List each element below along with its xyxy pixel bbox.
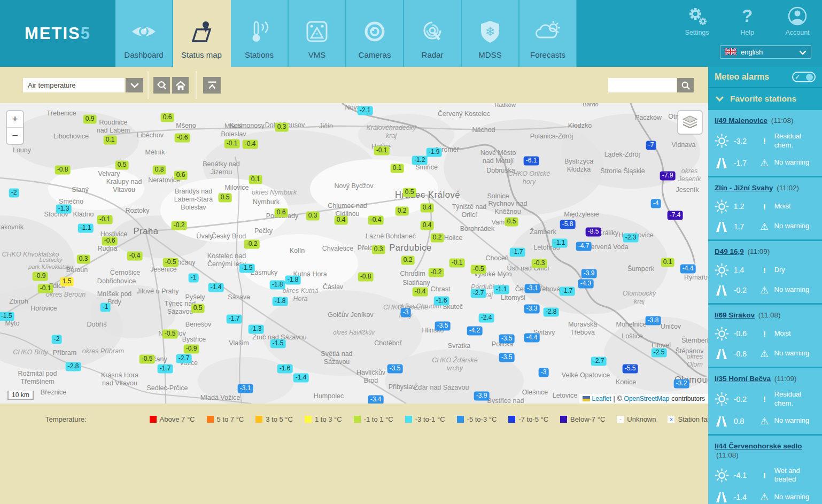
temp-marker[interactable]: 0.5 <box>191 304 205 313</box>
temp-marker[interactable]: 0.1 <box>104 135 117 144</box>
temp-marker[interactable]: -1.3 <box>249 324 264 334</box>
settings-button[interactable]: Settings <box>680 4 714 36</box>
zoom-in-button[interactable]: + <box>7 111 23 128</box>
temp-marker[interactable]: 0.6 <box>161 113 174 122</box>
temp-marker[interactable]: 0.3 <box>275 122 289 131</box>
temp-marker[interactable]: -0.9 <box>184 344 199 353</box>
temp-marker[interactable]: -3.1 <box>525 284 540 293</box>
temp-marker[interactable]: 0.3 <box>77 254 90 263</box>
temp-marker[interactable]: -0.1 <box>449 258 465 267</box>
temp-marker[interactable]: -0.9 <box>33 272 48 281</box>
temp-marker[interactable]: -1.3 <box>56 204 72 213</box>
temp-marker[interactable]: -4 <box>651 199 661 208</box>
temp-marker[interactable]: -3.9 <box>581 269 597 278</box>
tab-cameras[interactable]: Cameras <box>346 0 404 67</box>
temp-marker[interactable]: -8.5 <box>586 227 601 236</box>
temp-marker[interactable]: -3 <box>539 368 549 377</box>
leaflet-link[interactable]: Leaflet <box>592 395 611 402</box>
account-button[interactable]: Account <box>780 4 815 36</box>
temp-marker[interactable]: 0.2 <box>431 233 444 242</box>
station-name-link[interactable]: I/69 Sirákov <box>715 311 755 319</box>
temp-marker[interactable]: -0.1 <box>374 146 390 155</box>
temp-marker[interactable]: -1.5 <box>270 339 286 348</box>
temp-marker[interactable]: -3.5 <box>435 321 451 330</box>
language-select[interactable]: english <box>720 45 811 59</box>
help-button[interactable]: ? Help <box>730 4 764 36</box>
temp-marker[interactable]: -6.1 <box>524 156 539 165</box>
temp-marker[interactable]: -1.1 <box>494 285 509 294</box>
station-name-link[interactable]: I/44 Červenohorské sedlo <box>715 442 802 450</box>
temp-marker[interactable]: 0.5 <box>219 193 232 202</box>
temp-marker[interactable]: -2.5 <box>652 348 667 357</box>
temp-marker[interactable]: -1.9 <box>426 148 442 157</box>
temp-marker[interactable]: -3.5 <box>499 353 515 362</box>
temp-marker[interactable]: -2.4 <box>479 313 494 322</box>
temp-marker[interactable]: -1.1 <box>78 223 94 232</box>
temp-marker[interactable]: -3.1 <box>238 384 253 393</box>
temp-marker[interactable]: -3.8 <box>646 316 661 325</box>
temp-marker[interactable]: -1.5 <box>239 263 255 273</box>
tab-forecasts[interactable]: Forecasts <box>519 0 577 67</box>
temp-marker[interactable]: 0.3 <box>306 211 320 220</box>
temp-marker[interactable]: -1.4 <box>208 283 224 292</box>
temp-marker[interactable]: 0.1 <box>249 175 262 184</box>
station-name-link[interactable]: I/49 Malenovice <box>715 117 767 125</box>
temp-marker[interactable]: 0.6 <box>174 170 188 180</box>
temp-marker[interactable]: 0.1 <box>661 258 674 267</box>
home-button[interactable] <box>172 77 189 94</box>
tab-status-map[interactable]: Status map <box>173 0 231 67</box>
temp-marker[interactable]: -1.7 <box>560 286 575 296</box>
temp-marker[interactable]: -1.8 <box>273 297 288 306</box>
zoom-out-button[interactable]: − <box>7 128 23 144</box>
temp-marker[interactable]: 0.2 <box>396 206 409 215</box>
temp-marker[interactable]: -0.2 <box>244 239 260 249</box>
search-button[interactable] <box>677 78 694 92</box>
temp-marker[interactable]: 1.5 <box>60 277 74 286</box>
temp-marker[interactable]: -1.7 <box>158 364 173 373</box>
temp-marker[interactable]: -2 <box>52 335 62 344</box>
favorite-stations-header[interactable]: Favorite stations <box>708 88 822 110</box>
temp-marker[interactable]: -3.5 <box>387 364 403 373</box>
temp-marker[interactable]: -0.8 <box>358 272 374 281</box>
station-name-link[interactable]: Zlín - Jižní Svahy <box>715 184 773 192</box>
temp-marker[interactable]: -1.8 <box>285 275 301 284</box>
temp-marker[interactable]: -0.6 <box>175 133 190 142</box>
tab-vms[interactable]: * VMS <box>289 0 346 67</box>
temp-marker[interactable]: -1 <box>100 303 111 312</box>
temp-marker[interactable]: 0.6 <box>275 208 288 217</box>
temp-marker[interactable]: -2.7 <box>591 356 607 366</box>
temp-marker[interactable]: -2.1 <box>358 106 373 115</box>
temp-marker[interactable]: -1.6 <box>434 296 449 305</box>
temp-marker[interactable]: -7.4 <box>668 211 683 220</box>
tab-radar[interactable]: Radar <box>404 0 462 67</box>
layers-control-button[interactable] <box>678 111 702 134</box>
temp-marker[interactable]: -3 <box>401 308 411 317</box>
search-input[interactable] <box>608 78 677 92</box>
temp-marker[interactable]: 0.5 <box>403 188 416 197</box>
temp-marker[interactable]: -0.2 <box>172 221 187 230</box>
temp-marker[interactable]: -3.4 <box>368 395 384 404</box>
temp-marker[interactable]: -0.5 <box>139 354 155 363</box>
temp-marker[interactable]: -4.3 <box>578 279 594 288</box>
map-canvas[interactable]: TřebeniceRoudnice nad LabemLibochoviceLi… <box>0 103 708 404</box>
temp-marker[interactable]: 0.4 <box>421 221 434 230</box>
temp-marker[interactable]: -3.5 <box>499 334 515 343</box>
temp-marker[interactable]: 0.8 <box>153 165 166 174</box>
temp-marker[interactable]: -0.5 <box>471 265 486 274</box>
temp-marker[interactable]: -2.3 <box>623 233 639 242</box>
temp-marker[interactable]: -2.8 <box>544 307 559 316</box>
temp-marker[interactable]: -1.1 <box>552 238 568 247</box>
temp-marker[interactable]: -0.5 <box>162 329 178 338</box>
temp-marker[interactable]: -0.1 <box>224 139 240 148</box>
tab-dashboard[interactable]: Dashboard <box>115 0 173 67</box>
temp-marker[interactable]: -0.3 <box>532 259 547 268</box>
temp-marker[interactable]: -0.1 <box>38 284 53 293</box>
temp-marker[interactable]: -4.2 <box>467 326 483 335</box>
temp-marker[interactable]: 0.4 <box>421 203 434 212</box>
temp-marker[interactable]: -0.5 <box>163 258 179 267</box>
temp-marker[interactable]: -4.4 <box>524 333 540 342</box>
collapse-panel-button[interactable] <box>203 77 221 94</box>
temp-marker[interactable]: -0.4 <box>413 287 428 296</box>
zoom-box-button[interactable] <box>153 77 170 94</box>
temp-marker[interactable]: 0.1 <box>391 164 404 173</box>
